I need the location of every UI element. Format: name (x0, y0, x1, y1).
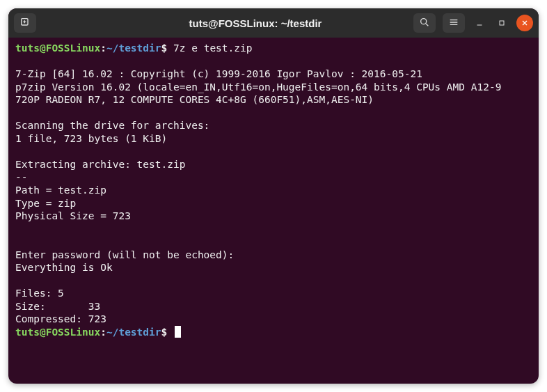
command-text: 7z e test.zip (173, 42, 253, 54)
close-icon (521, 17, 529, 30)
hamburger-icon (448, 17, 459, 30)
svg-rect-2 (500, 21, 504, 25)
prompt-colon: : (100, 327, 106, 338)
svg-point-1 (421, 18, 427, 24)
prompt-user-host: tuts@FOSSLinux (15, 327, 100, 338)
menu-button[interactable] (443, 13, 465, 33)
minimize-icon (475, 17, 484, 30)
prompt-dollar: $ (161, 42, 168, 54)
prompt-colon: : (100, 42, 106, 54)
terminal-body[interactable]: tuts@FOSSLinux:~/testdir$ 7z e test.zip … (8, 38, 539, 384)
new-tab-icon (19, 17, 31, 30)
new-tab-button[interactable] (14, 13, 36, 33)
cursor (175, 326, 181, 338)
minimize-button[interactable] (472, 15, 487, 31)
terminal-window: tuts@FOSSLinux: ~/testdir (8, 8, 539, 384)
command-output: 7-Zip [64] 16.02 : Copyright (c) 1999-20… (15, 68, 501, 324)
titlebar-left (14, 13, 97, 33)
prompt-dollar: $ (161, 327, 168, 338)
search-icon (419, 17, 430, 30)
close-button[interactable] (516, 15, 533, 31)
maximize-icon (498, 17, 506, 30)
titlebar-right (413, 13, 533, 33)
prompt-path: ~/testdir (106, 327, 161, 338)
prompt-user-host: tuts@FOSSLinux (15, 42, 100, 54)
titlebar: tuts@FOSSLinux: ~/testdir (8, 8, 539, 38)
window-title: tuts@FOSSLinux: ~/testdir (103, 17, 408, 29)
prompt-path: ~/testdir (106, 42, 161, 54)
maximize-button[interactable] (494, 15, 509, 31)
search-button[interactable] (413, 13, 436, 33)
